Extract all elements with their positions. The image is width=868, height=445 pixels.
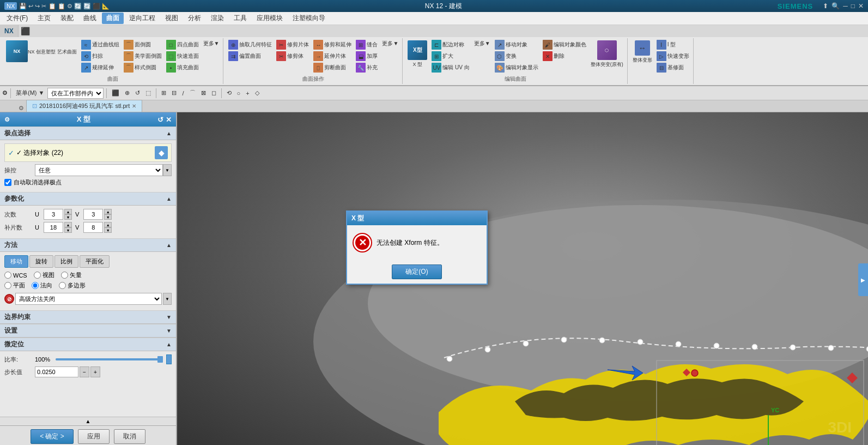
ok-button[interactable]: < 确定 > <box>31 429 74 444</box>
tb-icon1[interactable]: ⬛ <box>110 88 122 98</box>
whole-transform-btn[interactable]: ↔ 整体变形 <box>631 39 654 65</box>
overall-change-btn[interactable]: ⬡ 整体突变(原有) <box>589 39 625 69</box>
extract-geometry-btn[interactable]: ⊕ 抽取几何特征 <box>227 39 274 50</box>
minimize-btn[interactable]: ─ <box>843 2 848 10</box>
degree-v-up[interactable]: ▲ <box>104 209 112 214</box>
patch-u-up[interactable]: ▲ <box>64 222 72 227</box>
tb-icon13[interactable]: + <box>244 89 251 98</box>
menu-render[interactable]: 渲染 <box>207 13 228 24</box>
tb-icon2[interactable]: ⊕ <box>123 88 132 98</box>
nx-create-btn[interactable]: NX NX 创意塑型 艺术曲面 <box>4 39 78 64</box>
degree-u-up[interactable]: ▲ <box>64 209 72 214</box>
apply-button[interactable]: 应用 <box>78 429 110 444</box>
method-tab-scale[interactable]: 比例 <box>54 255 78 268</box>
surfaceops-more-btn[interactable]: 更多▼ <box>380 39 400 48</box>
quick-shape-btn[interactable]: ▷ 快速变形 <box>655 51 691 62</box>
menu-appmodule[interactable]: 应用模块 <box>252 13 287 24</box>
enlarge-btn[interactable]: ⊞ 扩大 <box>430 51 471 62</box>
section-microposition[interactable]: 微定位 ▲ <box>0 338 176 351</box>
match-edge-btn[interactable]: ⊏ 配边对称 <box>430 39 471 50</box>
radio-polygon[interactable]: 多边形 <box>59 281 86 290</box>
fill-surface-btn[interactable]: ▪ 填充曲面 <box>165 62 201 73</box>
section-pole-selection[interactable]: 极点选择 ▲ <box>0 127 176 140</box>
menu-view[interactable]: 视图 <box>161 13 183 24</box>
menu-assembly[interactable]: 装配 <box>56 13 78 24</box>
quick-surface-btn[interactable]: ⬚ 快速造面 <box>165 51 201 62</box>
step-value-input[interactable] <box>35 366 78 377</box>
thicken-btn[interactable]: ⬓ 加厚 <box>354 51 379 62</box>
edit-display-btn[interactable]: 🎨 编辑对象显示 <box>493 62 540 73</box>
auto-cancel-checkbox[interactable] <box>4 179 11 186</box>
file-tab-close[interactable]: ✕ <box>132 103 136 109</box>
section-boundary[interactable]: 边界约束 ▼ <box>0 310 176 324</box>
degree-v-down[interactable]: ▼ <box>104 214 112 220</box>
section-method[interactable]: 方法 ▲ <box>0 238 176 252</box>
radio-normal[interactable]: 法向 <box>32 281 52 290</box>
tb-icon8[interactable]: ⌒ <box>187 88 198 98</box>
stitch-btn[interactable]: ⊞ 缝合 <box>354 39 379 50</box>
tb-icon9[interactable]: ⊠ <box>199 88 208 98</box>
panel-reset-icon[interactable]: ↺ <box>157 116 163 124</box>
extend-sheet-btn[interactable]: → 延伸片体 <box>312 51 353 62</box>
tb-icon14[interactable]: ◇ <box>253 88 262 98</box>
edit-color-btn[interactable]: 🖌 编辑对象颜色 <box>541 39 588 50</box>
selection-icon[interactable]: ◆ <box>155 146 168 159</box>
file-tab[interactable]: ⊡ 20181016阿迪495 玩具汽车 stl.prt ✕ <box>26 100 142 112</box>
degree-u-down[interactable]: ▼ <box>64 214 72 220</box>
search-icon[interactable]: 🔍 <box>831 2 840 10</box>
patch-v-input[interactable] <box>83 222 103 233</box>
dialog-ok-btn[interactable]: 确定(O) <box>392 264 441 279</box>
tb-icon12[interactable]: ○ <box>235 89 243 98</box>
menu-curve[interactable]: 曲线 <box>79 13 101 24</box>
delete-btn[interactable]: ✕ 删除 <box>541 51 588 62</box>
patch-u-down[interactable]: ▼ <box>64 227 72 233</box>
xform-btn[interactable]: X型 X 型 <box>406 39 429 69</box>
upload-icon[interactable]: ⬆ <box>823 2 828 10</box>
radio-plane[interactable]: 平面 <box>4 281 25 290</box>
settings-pin-icon[interactable]: ⚙ <box>16 105 26 112</box>
degree-u-input[interactable] <box>44 209 63 220</box>
filter-select[interactable]: 仅在工作部件内 <box>47 88 104 99</box>
tb-icon10[interactable]: ◻ <box>209 88 218 98</box>
face-fillet-btn[interactable]: ⌒ 面倒圆 <box>122 39 163 50</box>
method-tab-move[interactable]: 移动 <box>4 255 28 268</box>
patch-v-up[interactable]: ▲ <box>104 222 112 227</box>
scroll-up-arrow[interactable]: ▲ <box>0 417 176 425</box>
surface-more-btn[interactable]: 更多▼ <box>202 39 221 48</box>
trim-extend-btn[interactable]: ↔ 修剪和延伸 <box>312 39 353 50</box>
radio-wcs[interactable]: WCS <box>4 271 27 279</box>
control-select-arrow[interactable]: ▼ <box>163 164 172 176</box>
i-shape-btn[interactable]: I I 型 <box>655 39 691 50</box>
advanced-method-arrow[interactable]: ▼ <box>163 293 172 305</box>
menu-file[interactable]: 文件(F) <box>2 13 32 24</box>
degree-v-input[interactable] <box>83 209 103 220</box>
move-object-btn[interactable]: ↗ 移动对象 <box>493 39 540 50</box>
method-tab-planarize[interactable]: 平面化 <box>80 255 110 268</box>
menu-home[interactable]: 主页 <box>33 13 55 24</box>
tb-icon5[interactable]: ⊞ <box>159 88 168 98</box>
section-settings[interactable]: 设置 ▼ <box>0 324 176 338</box>
advanced-method-select[interactable]: 高级方法关闭 <box>15 293 162 305</box>
step-minus-btn[interactable]: − <box>80 366 89 377</box>
patch-v-down[interactable]: ▼ <box>104 227 112 233</box>
menu-tools[interactable]: 工具 <box>229 13 251 24</box>
menu-surface[interactable]: 曲面 <box>102 13 124 24</box>
style-fillet-btn[interactable]: ⌒ 样式倒圆 <box>122 62 163 73</box>
menu-reverse[interactable]: 逆向工程 <box>125 13 160 24</box>
four-point-btn[interactable]: □ 四点曲面 <box>165 39 201 50</box>
through-curve-group-btn[interactable]: ≈ 通过曲线组 <box>80 39 121 50</box>
menu-analysis[interactable]: 分析 <box>184 13 205 24</box>
tb-icon11[interactable]: ⟲ <box>224 88 234 98</box>
offset-surface-btn[interactable]: ⇉ 偏置曲面 <box>227 51 274 62</box>
repair-btn[interactable]: 🔧 补充 <box>354 62 379 73</box>
law-extend-btn[interactable]: ↗ 规律延伸 <box>80 62 121 73</box>
panel-close-icon[interactable]: ✕ <box>166 116 172 124</box>
right-tab[interactable]: ▶ <box>858 263 868 296</box>
transform-btn[interactable]: ⬡ 变换 <box>493 51 540 62</box>
method-tab-rotate[interactable]: 旋转 <box>29 255 53 268</box>
menu-mold[interactable]: 注塑模向导 <box>288 13 330 24</box>
trim-body-btn[interactable]: ✂ 修剪体 <box>275 51 311 62</box>
radio-vector[interactable]: 矢量 <box>61 271 82 279</box>
close-btn[interactable]: ✕ <box>858 2 864 10</box>
cancel-button[interactable]: 取消 <box>114 429 145 444</box>
